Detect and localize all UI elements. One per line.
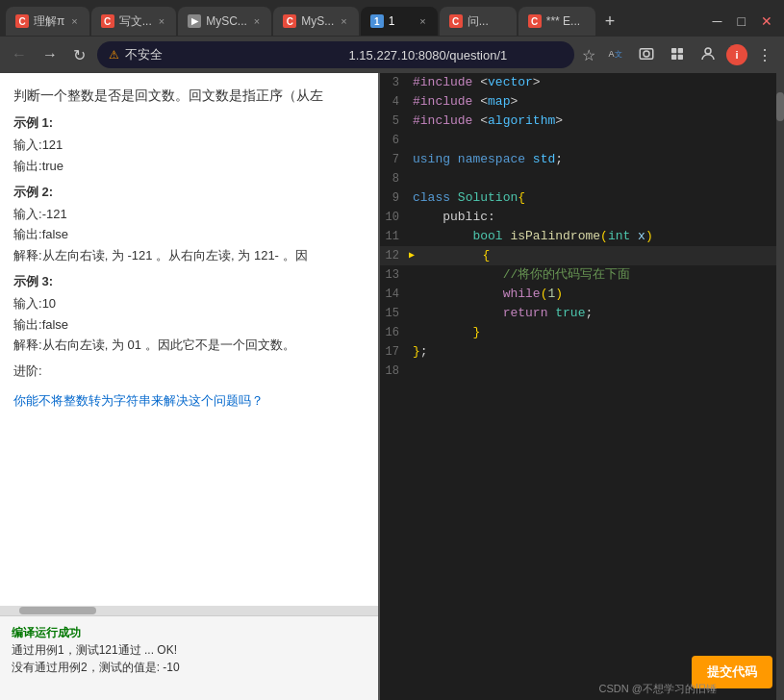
code-line-3: 3 #include <vector> <box>380 73 784 92</box>
example-3-title: 示例 3: <box>13 272 365 292</box>
tab-5-label: 1 <box>389 14 395 28</box>
browser-menu-button[interactable]: ⋮ <box>753 44 776 66</box>
forward-button[interactable]: → <box>38 44 62 65</box>
tab-7[interactable]: C *** E... <box>518 7 595 36</box>
extensions-button[interactable] <box>665 43 690 67</box>
example-1-input: 输入:121 <box>13 136 365 156</box>
advanced-title: 进阶: <box>13 362 365 382</box>
code-line-4: 4 #include <map> <box>380 92 784 112</box>
tab-2-close[interactable]: × <box>157 15 166 27</box>
tab-7-icon: C <box>528 14 542 28</box>
svg-rect-7 <box>678 54 683 59</box>
tab-5-close[interactable]: × <box>417 15 427 27</box>
example-1-output: 输出:true <box>13 157 365 177</box>
tab-bar: C 理解π × C 写文... × ▶ MySC... × C MyS... ×… <box>0 0 784 37</box>
code-editor: 3 #include <vector> 4 #include <map> 5 #… <box>380 73 784 700</box>
reload-button[interactable]: ↻ <box>69 44 89 66</box>
vertical-scrollbar[interactable] <box>776 73 784 700</box>
bottom-output: 编译运行成功 通过用例1，测试121通过 ... OK! 没有通过用例2，测试的… <box>0 615 378 700</box>
minimize-button[interactable]: ─ <box>707 12 728 31</box>
code-line-13: 13 //将你的代码写在下面 <box>380 265 784 285</box>
address-text: 1.15.227.10:8080/question/1 <box>349 48 564 62</box>
svg-point-3 <box>644 51 649 57</box>
security-icon: ⚠ <box>109 48 119 62</box>
code-area[interactable]: 3 #include <vector> 4 #include <map> 5 #… <box>380 73 784 700</box>
address-bar: ← → ↻ ⚠ 不安全 1.15.227.10:8080/question/1 … <box>0 37 784 73</box>
toolbar-icons: A文 i ⋮ <box>603 43 776 67</box>
translate-button[interactable]: A文 <box>603 43 628 67</box>
code-line-15: 15 return true; <box>380 304 784 323</box>
maximize-button[interactable]: □ <box>732 12 751 31</box>
left-panel: 判断一个整数是否是回文数。回文数是指正序（从左 示例 1: 输入:121 输出:… <box>0 73 380 700</box>
output-line-2: 没有通过用例2，测试的值是: -10 <box>12 659 367 676</box>
tab-6-icon: C <box>449 14 463 28</box>
output-line-1: 通过用例1，测试121通过 ... OK! <box>12 641 367 659</box>
code-line-18: 18 <box>380 362 784 381</box>
user-avatar[interactable]: i <box>726 44 747 65</box>
svg-rect-6 <box>671 54 676 59</box>
code-line-7: 7 using namespace std; <box>380 150 784 169</box>
profile-button[interactable] <box>695 43 721 67</box>
example-2-note: 解释:从左向右读, 为 -121 。从右向左读, 为 121- 。因 <box>13 246 365 266</box>
main-area: 判断一个整数是否是回文数。回文数是指正序（从左 示例 1: 输入:121 输出:… <box>0 73 784 700</box>
tab-3-label: MySC... <box>206 14 247 28</box>
svg-point-8 <box>705 48 711 54</box>
tab-1-close[interactable]: × <box>69 15 79 27</box>
window-controls: ─ □ ✕ <box>707 12 778 31</box>
code-line-17: 17 }; <box>380 342 784 362</box>
scrollbar-h-thumb[interactable] <box>19 607 96 614</box>
svg-rect-4 <box>671 48 676 53</box>
tab-5-icon: 1 <box>370 14 384 28</box>
code-line-16: 16 } <box>380 323 784 342</box>
example-2-title: 示例 2: <box>13 183 365 203</box>
horizontal-scrollbar[interactable] <box>0 606 378 615</box>
tab-1-icon: C <box>15 14 29 28</box>
scrollbar-v-thumb[interactable] <box>776 92 784 121</box>
example-1: 示例 1: 输入:121 输出:true <box>13 113 365 176</box>
bookmark-button[interactable]: ☆ <box>582 46 595 64</box>
screenshot-button[interactable] <box>634 43 659 67</box>
tab-2-icon: C <box>101 14 114 28</box>
active-line-arrow: ▶ <box>409 246 418 265</box>
svg-text:A: A <box>609 49 615 59</box>
tab-7-label: *** E... <box>546 14 580 28</box>
tab-3[interactable]: ▶ MySC... × <box>178 7 271 36</box>
code-line-6: 6 <box>380 131 784 150</box>
close-window-button[interactable]: ✕ <box>755 12 778 31</box>
tab-5-active[interactable]: 1 1 × <box>361 7 438 36</box>
example-2: 示例 2: 输入:-121 输出:false 解释:从左向右读, 为 -121 … <box>13 183 365 266</box>
tab-1[interactable]: C 理解π × <box>6 7 89 36</box>
problem-description: 判断一个整数是否是回文数。回文数是指正序（从左 <box>13 85 365 106</box>
example-2-input: 输入:-121 <box>13 205 365 225</box>
tab-2[interactable]: C 写文... × <box>91 7 176 36</box>
example-2-output: 输出:false <box>13 225 365 245</box>
code-line-12: 12 ▶ { <box>380 246 784 265</box>
svg-text:文: 文 <box>615 50 622 59</box>
code-line-11: 11 bool isPalindrome(int x) <box>380 227 784 246</box>
code-line-5: 5 #include <algorithm> <box>380 112 784 131</box>
advanced-text: 你能不将整数转为字符串来解决这个问题吗？ <box>13 391 365 412</box>
problem-content: 判断一个整数是否是回文数。回文数是指正序（从左 示例 1: 输入:121 输出:… <box>0 73 378 606</box>
security-label: 不安全 <box>125 46 340 63</box>
back-button[interactable]: ← <box>8 44 31 65</box>
svg-rect-5 <box>678 48 683 53</box>
tab-4-icon: C <box>283 14 296 28</box>
watermark: CSDN @不想学习的旧锤 <box>599 682 717 696</box>
example-3: 示例 3: 输入:10 输出:false 解释:从右向左读, 为 01 。因此它… <box>13 272 365 356</box>
tab-1-label: 理解π <box>34 13 64 30</box>
address-input-wrap[interactable]: ⚠ 不安全 1.15.227.10:8080/question/1 <box>97 41 574 68</box>
tab-4-close[interactable]: × <box>339 15 348 27</box>
example-3-output: 输出:false <box>13 315 365 336</box>
code-line-10: 10 public: <box>380 208 784 227</box>
add-tab-button[interactable]: + <box>597 12 623 32</box>
tab-3-icon: ▶ <box>188 14 201 28</box>
code-line-8: 8 <box>380 169 784 188</box>
tab-2-label: 写文... <box>119 13 152 30</box>
example-3-note: 解释:从右向左读, 为 01 。因此它不是一个回文数。 <box>13 336 365 356</box>
tab-4[interactable]: C MyS... × <box>273 7 358 36</box>
tab-6[interactable]: C 问... <box>440 7 517 36</box>
example-1-title: 示例 1: <box>13 113 365 134</box>
example-3-input: 输入:10 <box>13 294 365 314</box>
code-line-9: 9 class Solution{ <box>380 188 784 208</box>
tab-3-close[interactable]: × <box>252 15 262 27</box>
